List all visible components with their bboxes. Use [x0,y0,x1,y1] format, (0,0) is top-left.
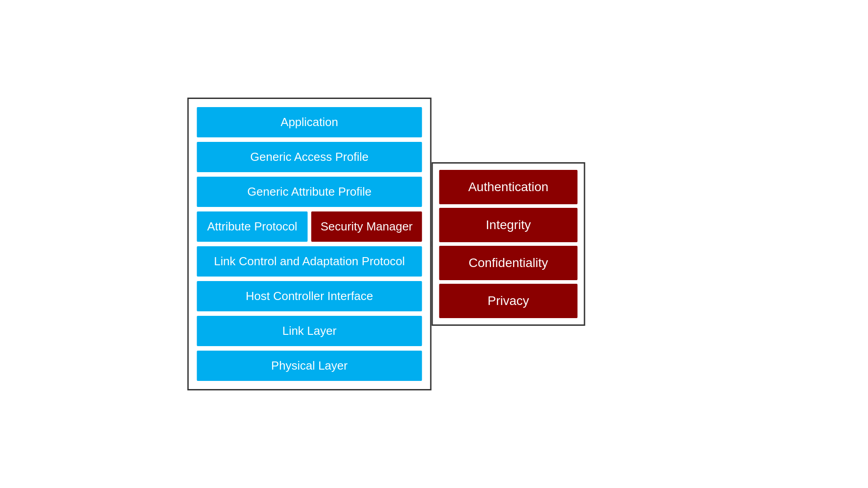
layer-row-1: Generic Access Profile [197,142,422,172]
layer-row-5: Host Controller Interface [197,281,422,311]
layer-row-3: Attribute ProtocolSecurity Manager [197,211,422,242]
layer-box-host-controller-interface: Host Controller Interface [197,281,422,311]
layer-box-generic-access-profile: Generic Access Profile [197,142,422,172]
layer-box-link-layer: Link Layer [197,316,422,346]
layer-box-application: Application [197,107,422,137]
right-stack: AuthenticationIntegrityConfidentialityPr… [431,162,585,326]
security-item-privacy: Privacy [439,284,577,318]
left-stack: ApplicationGeneric Access ProfileGeneric… [187,98,431,390]
attribute-protocol-box: Attribute Protocol [197,211,307,242]
layer-row-6: Link Layer [197,316,422,346]
security-item-confidentiality: Confidentiality [439,246,577,280]
security-manager-box: Security Manager [311,211,422,242]
layer-box-generic-attribute-profile: Generic Attribute Profile [197,177,422,207]
layer-row-4: Link Control and Adaptation Protocol [197,246,422,277]
layer-row-0: Application [197,107,422,137]
layer-row-2: Generic Attribute Profile [197,177,422,207]
layer-box-physical-layer: Physical Layer [197,351,422,381]
layer-box-link-control-and-adaptation-protocol: Link Control and Adaptation Protocol [197,246,422,277]
diagram-container: ApplicationGeneric Access ProfileGeneric… [187,98,585,390]
page: ApplicationGeneric Access ProfileGeneric… [0,0,868,488]
security-item-authentication: Authentication [439,170,577,204]
layer-row-7: Physical Layer [197,351,422,381]
security-item-integrity: Integrity [439,208,577,242]
